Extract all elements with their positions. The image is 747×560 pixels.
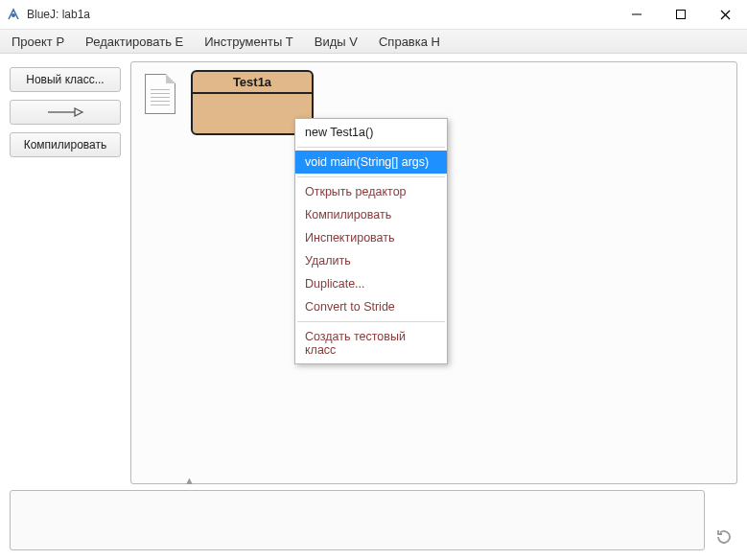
dependency-arrow-button[interactable] [10,100,121,125]
svg-point-0 [12,13,15,17]
ctx-separator [297,147,445,148]
ctx-open-editor[interactable]: Открыть редактор [295,180,447,203]
ctx-remove[interactable]: Удалить [295,249,447,272]
rerun-icon[interactable] [711,490,737,550]
readme-document-icon[interactable] [145,74,175,114]
ctx-compile[interactable]: Компилировать [295,203,447,226]
ctx-inspect[interactable]: Инспектировать [295,226,447,249]
ctx-create-test-class[interactable]: Создать тестовый класс [295,325,447,362]
menubar: Проект P Редактировать E Инструменты T В… [0,29,747,54]
titlebar: BlueJ: lab1a [0,0,747,29]
menu-views[interactable]: Виды V [311,33,362,51]
left-toolbar: Новый класс... Компилировать [10,61,121,484]
close-button[interactable] [703,0,747,29]
bluej-app-icon [6,7,21,22]
window-controls [615,0,747,29]
context-menu: new Test1a() void main(String[] args) От… [294,118,448,364]
svg-rect-2 [677,11,686,19]
collapse-triangle-icon[interactable]: ▲ [184,475,195,486]
ctx-convert-stride[interactable]: Convert to Stride [295,295,447,318]
window-title: BlueJ: lab1a [27,8,90,21]
ctx-separator [297,321,445,322]
compile-button[interactable]: Компилировать [10,132,121,157]
class-name-label: Test1a [193,72,312,94]
new-class-button[interactable]: Новый класс... [10,67,121,92]
ctx-separator [297,176,445,177]
object-bench[interactable] [10,490,705,550]
class-diagram-canvas[interactable]: Test1a new Test1a() void main(String[] a… [130,61,737,484]
menu-edit[interactable]: Редактировать E [82,33,187,51]
menu-project[interactable]: Проект P [8,33,68,51]
minimize-button[interactable] [615,0,659,29]
bottom-area [0,488,747,560]
ctx-duplicate[interactable]: Duplicate... [295,272,447,295]
maximize-button[interactable] [659,0,703,29]
ctx-new-instance[interactable]: new Test1a() [295,121,447,144]
ctx-void-main[interactable]: void main(String[] args) [295,151,447,174]
menu-tools[interactable]: Инструменты T [200,33,297,51]
main-area: Новый класс... Компилировать Test1a new … [0,54,747,488]
menu-help[interactable]: Справка H [375,33,444,51]
